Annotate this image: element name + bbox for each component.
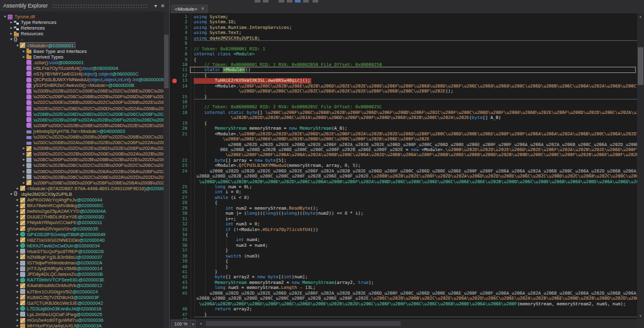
tree-row[interactable]: ▸BKx7BelmRCqMVdktkg @0200000C [0,203,164,208]
tree-row[interactable]: \u200C\u202D\u206B\u200B\u206F\u202D\u20… [0,134,164,140]
tree-row[interactable]: ▸JPD8yADLQCJwisxxZu @0200002B [0,271,164,277]
tree-row[interactable]: \u200C\u206B\u202A\u206B\u202B\u206C\u20… [0,140,164,145]
expander-collapsed-icon[interactable]: ▸ [15,226,20,232]
tree-row[interactable]: ▸HIukSTScQoPpc8TREP @02000026 [0,249,164,254]
tab-module[interactable]: <Module> ✕ [171,4,208,13]
expander-collapsed-icon[interactable]: ▸ [9,25,14,31]
tree-row[interactable]: \u206F\u200C\u202B\u206E\u202B\u206D\u20… [0,123,164,128]
tree-row[interactable]: ▸L7D3Uq60n03Knn8vJ4 @02000016 [0,306,164,312]
expander-expanded-icon[interactable]: ▾ [9,191,14,197]
tree-row[interactable]: ▾- [0,37,164,42]
tree-row[interactable]: H5LFra7Oy7l1cshfU4() : bool @0600000A [0,65,164,71]
expander-collapsed-icon[interactable]: ▸ [15,232,20,237]
tree-row[interactable]: .cctor() : void @06000001 [0,60,164,65]
tree-row[interactable]: ▸\u206F\u206E\u206D\u200F\u206F\u206E\u2… [0,180,164,186]
tab-close-icon[interactable]: ✕ [201,6,205,11]
tree-row[interactable]: ▸jnTXJyxjDMRgALV5MB @02000014 [0,266,164,271]
tree-row[interactable]: ▸GP42ID2lFSGmIqdTBbR @02000049 [0,232,164,237]
tree-row[interactable]: ▸kJT6nr1OJG0igxV5I2 @02000024 [0,289,164,295]
hscroll-left-icon[interactable]: ◂ [199,320,201,327]
expander-collapsed-icon[interactable]: ▸ [21,169,26,174]
tree-row[interactable]: ▸\u206D\u202B\u206C\u202C\u206E\u202A\u2… [0,174,164,180]
tree-row[interactable]: \u200C\u206F\u206C\u206B\u202B\u200F\u20… [0,94,164,99]
expander-collapsed-icon[interactable]: ▸ [15,306,20,312]
tree-row[interactable]: ▸\u200B\u202D\u202D\u202E\u206D\u202E\u2… [0,145,164,151]
expander-collapsed-icon[interactable]: ▸ [15,312,20,317]
tree-row[interactable]: yS1FDnBRZeC4wkvc0i() : <Module> @0600000… [0,82,164,88]
tree-row[interactable]: nS7y7BYMiY1wEG1Hi(object) : object @0600… [0,71,164,77]
expander-collapsed-icon[interactable]: ▸ [15,220,20,225]
expander-collapsed-icon[interactable]: ▸ [21,157,26,162]
panel-close-icon[interactable]: ✕ [159,3,166,9]
tree-row[interactable]: ▸l1a7CTUKBJ0b1We3JE @02000042 [0,300,164,306]
expander-collapsed-icon[interactable]: ▸ [15,203,20,208]
tree-scrollbar[interactable] [164,11,169,328]
vscrollbar-thumb[interactable] [638,47,643,85]
expander-expanded-icon[interactable]: ▾ [9,37,14,42]
tree-row[interactable]: \u202E\u202C\u206D\u202C\u200D\u200C\u20… [0,106,164,111]
expander-collapsed-icon[interactable]: ▸ [15,283,20,288]
vscroll-down-icon[interactable]: ▾ [637,314,644,319]
expander-collapsed-icon[interactable]: ▸ [21,48,26,54]
expander-collapsed-icon[interactable]: ▸ [15,317,20,323]
zoom-level-select[interactable]: 100 % [171,320,191,327]
tree-row[interactable]: ▸KA7T0b9xVTCFSeeE81 @0200003E [0,277,164,283]
tree-row[interactable]: ▸KUb9OJ5j7V2fZt8cH3 @0200003F [0,295,164,300]
expander-collapsed-icon[interactable]: ▸ [15,214,20,220]
tree-row[interactable]: ▸\u206D\u200D\u200E\u202B\u206A\u202B\u2… [0,169,164,174]
tree-row[interactable]: ▸LpLJm9hcUQOaFJFwg @02000025 [0,312,164,317]
tree-row[interactable]: ▸IGT9djwPmNmdedmao @0200002A [0,260,164,266]
expander-collapsed-icon[interactable]: ▸ [21,54,26,60]
tree-row[interactable]: ▸mGnZw4cdI0TguWNf7u @02000036 [0,317,164,323]
vscroll-up-icon[interactable]: ▴ [637,14,644,19]
expander-collapsed-icon[interactable]: ▸ [15,300,20,306]
expander-collapsed-icon[interactable]: ▸ [15,186,20,191]
expander-collapsed-icon[interactable]: ▸ [9,20,14,25]
tree-row[interactable]: ▸hEKhJ7avbi2xCwDUrr @02000034 [0,243,164,249]
tree-row[interactable]: ▸<Module>{B7A2DB87-579A-4498-8691-D99110… [0,186,164,191]
tree-row[interactable]: ▸DUUE2THBDLtKEeY0E @0200003D [0,214,164,220]
tree-row[interactable]: ▸MHYiurPXyUa4gUvXLf @0200003A [0,323,164,328]
tree-scrollbar-thumb[interactable] [164,35,169,88]
expander-collapsed-icon[interactable]: ▸ [15,323,20,328]
expander-expanded-icon[interactable]: ▾ [15,43,20,48]
tree-row[interactable]: ▸giVunwluDfVxpoVGrv @02000035 [0,225,164,231]
tree-row[interactable]: jvkbxbqSjXyH79L7sr : <Module> @04000003 [0,128,164,134]
expander-collapsed-icon[interactable]: ▸ [15,266,20,271]
expander-collapsed-icon[interactable]: ▸ [15,295,20,300]
expander-collapsed-icon[interactable]: ▸ [21,174,26,180]
expander-collapsed-icon[interactable]: ▸ [15,289,20,295]
tree-row[interactable]: ▸AsPK0GWcYcj4hgPxJv @02000044 [0,197,164,203]
expander-collapsed-icon[interactable]: ▸ [15,208,20,214]
expander-collapsed-icon[interactable]: ▸ [21,145,26,151]
tree-row[interactable]: ▾Tyrone.dll [0,14,164,20]
expander-collapsed-icon[interactable]: ▸ [15,197,20,203]
tree-row[interactable]: ▾<Module> @02000001 [0,42,164,48]
tree-row[interactable]: ▸bwNrio2geZ5pA2AKYYD @0200004A [0,208,164,214]
expander-collapsed-icon[interactable]: ▸ [15,249,20,254]
expander-collapsed-icon[interactable]: ▸ [21,151,26,157]
tree-row[interactable]: \u202C\u200E\u206B\u200D\u202C\u200F\u20… [0,99,164,105]
expander-collapsed-icon[interactable]: ▸ [15,254,20,260]
expander-collapsed-icon[interactable]: ▸ [15,260,20,266]
tree-row[interactable]: ▸Type References [0,20,164,25]
panel-collapse-icon[interactable]: ▾ [152,3,159,9]
tree-row[interactable]: ▾dq4e2M2SCX9y2UPILB [0,191,164,197]
zoom-dropdown-icon[interactable]: ▾ [191,320,196,327]
tree-row[interactable]: \u206E\u202B\u206F\u202A\u202B\u206F\u20… [0,117,164,123]
tree-row[interactable]: QfCPd3LBJWXYMNwduU(object, object, int, … [0,77,164,82]
tree-row[interactable]: ▸FNtylAYRNpoVCCkkFE @02000011 [0,220,164,225]
expander-expanded-icon[interactable]: ▾ [3,14,8,20]
tree-row[interactable]: ▸Resources [0,31,164,37]
code-view[interactable]: 1using System;2using System.IO;3using Sy… [170,13,637,319]
tree-row[interactable]: ▸H8Z71kG9G02NNEDDki @02000040 [0,237,164,243]
expander-collapsed-icon[interactable]: ▸ [15,277,20,283]
tree-row[interactable]: ▸Derived Types [0,54,164,60]
editor-hscrollbar[interactable]: ◂ [198,320,637,327]
tree-row[interactable]: \u206B\u202E\u206D\u206D\u202C\u200E\u20… [0,111,164,117]
expander-collapsed-icon[interactable]: ▸ [21,162,26,168]
expander-collapsed-icon[interactable]: ▸ [15,237,20,243]
tree-row[interactable]: ▸Base Type and Interfaces [0,48,164,54]
tree-row[interactable]: ▸KAah8IrsdMcOnMu9Vk @02000012 [0,283,164,288]
tree-row[interactable]: ▸\u206C\u202B\u206C\u202C\u202B\u200F\u2… [0,162,164,168]
